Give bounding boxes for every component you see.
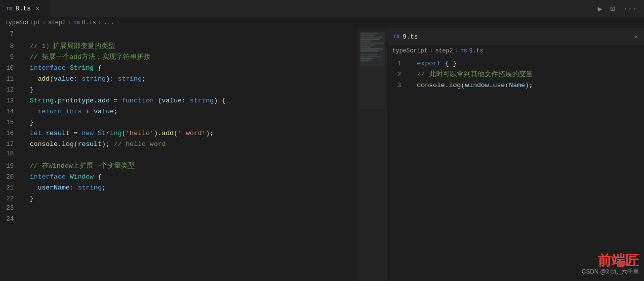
code-line-23: 23 (0, 204, 387, 215)
watermark: 前端匠 CSDN @刘九_六千里 (582, 254, 639, 276)
minimap-visual (359, 31, 386, 110)
code-line-14: 14 return this + value; (0, 106, 387, 117)
right-tab-bar: TS 9.ts ✕ (387, 28, 644, 46)
code-line-22: 22 } (0, 193, 387, 204)
code-line-21: 21 userName: string; (0, 183, 387, 193)
tab-right-label: 9.ts (402, 33, 418, 41)
breadcrumb-ts-icon: TS (73, 20, 80, 26)
breadcrumb-left: typeScript › step2 › TS 8.ts › ... (0, 17, 644, 28)
code-area-right[interactable]: 1 export { } 2 // 此时可以拿到其他文件拓展的变量 3 cons… (387, 56, 644, 281)
tab-right-close[interactable]: ✕ (635, 33, 638, 41)
right-breadcrumb-ts-icon: TS (460, 48, 467, 54)
code-line-9: 9 // 拓展一个add方法，实现字符串拼接 (0, 52, 387, 63)
watermark-sub: CSDN @刘九_六千里 (582, 268, 639, 276)
minimap (357, 28, 387, 281)
code-line-17: 17 console.log(result); // hello word (0, 139, 387, 150)
editors-row: 7 8 // 1）扩展局部变量的类型 9 // 拓展一个add方法，实现字符串拼… (0, 28, 644, 281)
toolbar: ▶ ⊡ ··· (591, 0, 644, 17)
editor-pane-right: TS 9.ts ✕ typeScript › step2 › TS 9.ts 1… (387, 28, 644, 281)
tab-left-label: 8.ts (15, 5, 31, 12)
tab-bar: TS 8.ts ✕ ▶ ⊡ ··· (0, 0, 644, 17)
tab-left[interactable]: TS 8.ts ✕ (0, 0, 49, 17)
right-code-line-3: 3 console.log(window.userName); (387, 80, 644, 91)
breadcrumb-step2: step2 (48, 19, 66, 26)
code-area-left[interactable]: 7 8 // 1）扩展局部变量的类型 9 // 拓展一个add方法，实现字符串拼… (0, 28, 387, 281)
tab-left-close[interactable]: ✕ (36, 6, 39, 12)
right-breadcrumb-step2: step2 (435, 47, 453, 54)
code-line-19: 19 // 在Window上扩展一个变量类型 (0, 161, 387, 172)
editor-container: TS 8.ts ✕ ▶ ⊡ ··· typeScript › step2 › T… (0, 0, 644, 281)
code-line-18: 18 (0, 150, 387, 161)
code-line-12: 12 } (0, 85, 387, 95)
right-breadcrumb-typescript: typeScript (392, 47, 428, 54)
editor-pane-left: 7 8 // 1）扩展局部变量的类型 9 // 拓展一个add方法，实现字符串拼… (0, 28, 387, 281)
right-breadcrumb-filename: 9.ts (469, 47, 483, 54)
watermark-main: 前端匠 (598, 254, 639, 268)
ts-icon-left: TS (6, 6, 12, 12)
right-code-line-1: 1 export { } (387, 58, 644, 69)
split-icon[interactable]: ⊡ (608, 3, 617, 15)
code-line-24: 24 (0, 215, 387, 226)
code-line-7: 7 (0, 30, 387, 41)
code-line-20: 20 interface Window { (0, 172, 387, 183)
run-icon[interactable]: ▶ (596, 3, 604, 15)
code-line-15: 15 } (0, 117, 387, 128)
ts-icon-right: TS (393, 34, 400, 40)
right-code-line-2: 2 // 此时可以拿到其他文件拓展的变量 (387, 69, 644, 80)
breadcrumb-right: typeScript › step2 › TS 9.ts (387, 46, 644, 56)
code-line-16: 16 let result = new String('hello').add(… (0, 128, 387, 139)
breadcrumb-typescript: typeScript (5, 19, 40, 26)
code-line-13: 13 String.prototype.add = function (valu… (0, 95, 387, 106)
breadcrumb-filename-left: 8.ts (82, 19, 96, 26)
code-line-10: 10 interface String { (0, 63, 387, 74)
breadcrumb-dots: ... (104, 19, 115, 26)
more-icon[interactable]: ··· (621, 3, 639, 14)
svg-rect-15 (360, 32, 385, 66)
code-line-11: 11 add(value: string): string; (0, 74, 387, 85)
code-line-8: 8 // 1）扩展局部变量的类型 (0, 41, 387, 52)
